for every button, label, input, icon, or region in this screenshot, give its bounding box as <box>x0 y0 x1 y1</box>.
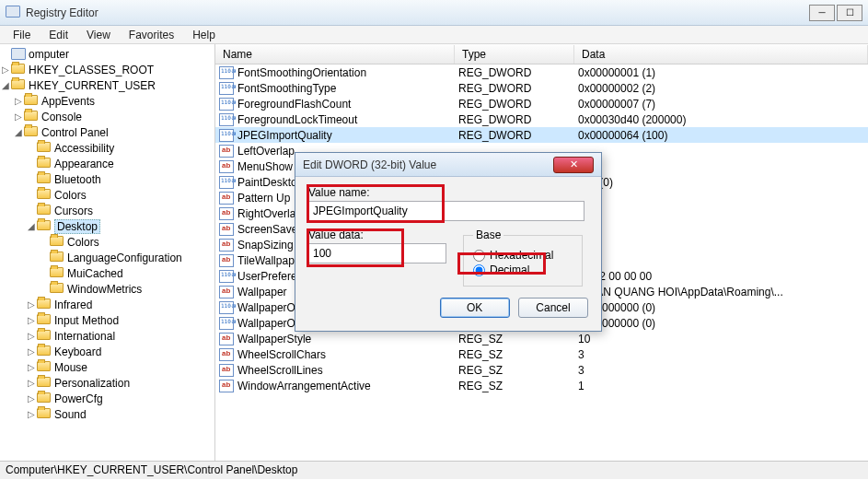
tree-label: Cursors <box>54 205 93 217</box>
list-row[interactable]: FontSmoothingOrientationREG_DWORD0x00000… <box>215 64 868 80</box>
radio-decimal-input[interactable] <box>473 264 485 276</box>
tree-node[interactable]: ▷AppEvents <box>0 93 214 109</box>
dword-icon <box>219 270 234 283</box>
tree-node[interactable]: LanguageConfiguration <box>0 250 214 265</box>
tree-node[interactable]: Colors <box>0 234 214 250</box>
tree-node[interactable]: ◢HKEY_CURRENT_USER <box>0 77 214 93</box>
tree-node[interactable]: Colors <box>0 187 214 203</box>
tree-node[interactable]: Accessibility <box>0 140 214 156</box>
col-type[interactable]: Type <box>455 45 574 64</box>
list-row[interactable]: ForegroundLockTimeoutREG_DWORD0x00030d40… <box>215 111 868 127</box>
base-group: Base Hexadecimal Decimal <box>463 228 583 287</box>
tree-node[interactable]: ▷PowerCfg <box>0 391 214 406</box>
list-row[interactable]: FontSmoothingTypeREG_DWORD0x00000002 (2) <box>215 80 868 96</box>
expand-icon[interactable]: ▷ <box>13 111 24 122</box>
cell-data: 3 <box>578 348 868 361</box>
radio-decimal[interactable]: Decimal <box>473 263 573 276</box>
cell-type: REG_SZ <box>458 364 578 377</box>
tree-node[interactable]: Cursors <box>0 203 214 218</box>
expand-icon[interactable]: ▷ <box>26 393 37 404</box>
tree-node[interactable]: ▷Sound <box>0 406 214 422</box>
expand-icon[interactable]: ▷ <box>26 315 37 325</box>
radio-hex[interactable]: Hexadecimal <box>473 249 573 262</box>
col-data[interactable]: Data <box>574 45 868 64</box>
dialog-titlebar[interactable]: Edit DWORD (32-bit) Value ✕ <box>295 153 601 177</box>
cell-data: 0x00000001 (1) <box>578 66 868 79</box>
list-row[interactable]: WheelScrollLinesREG_SZ3 <box>215 362 868 378</box>
tree-node[interactable]: ◢Desktop <box>0 218 214 234</box>
tree-node[interactable]: omputer <box>0 46 214 62</box>
string-icon <box>219 380 234 392</box>
menu-view[interactable]: View <box>77 27 120 43</box>
tree-node[interactable]: ▷Mouse <box>0 359 214 375</box>
tree-node[interactable]: ▷Personalization <box>0 375 214 391</box>
cell-name: JPEGImportQuality <box>237 129 458 142</box>
cell-type: REG_DWORD <box>458 98 578 111</box>
expand-icon[interactable]: ▷ <box>26 378 37 388</box>
tree-label: PowerCfg <box>54 392 103 405</box>
string-icon <box>219 223 234 236</box>
expand-icon[interactable]: ▷ <box>0 64 11 75</box>
radio-hex-input[interactable] <box>473 250 485 262</box>
cell-name: WindowArrangementActive <box>237 380 458 392</box>
string-icon <box>219 239 234 252</box>
maximize-button[interactable]: ☐ <box>837 5 862 21</box>
expand-icon[interactable]: ◢ <box>13 127 24 137</box>
tree-label: MuiCached <box>67 267 123 280</box>
expand-icon[interactable]: ▷ <box>26 409 37 419</box>
menu-edit[interactable]: Edit <box>40 27 77 43</box>
expand-icon[interactable]: ◢ <box>0 80 11 90</box>
list-row[interactable]: WheelScrollCharsREG_SZ3 <box>215 346 868 362</box>
registry-tree[interactable]: omputer▷HKEY_CLASSES_ROOT◢HKEY_CURRENT_U… <box>0 44 215 461</box>
tree-node[interactable]: ▷HKEY_CLASSES_ROOT <box>0 62 214 77</box>
tree-node[interactable]: ▷Console <box>0 109 214 124</box>
value-name-input <box>308 201 584 221</box>
tree-node[interactable]: Appearance <box>0 156 214 171</box>
tree-node[interactable]: ▷Keyboard <box>0 344 214 359</box>
list-header[interactable]: Name Type Data <box>215 44 868 64</box>
cell-name: WheelScrollChars <box>237 348 458 361</box>
expand-icon[interactable]: ▷ <box>26 346 37 357</box>
tree-label: Input Method <box>54 314 119 327</box>
expand-icon[interactable]: ▷ <box>13 96 24 106</box>
tree-label: Personalization <box>54 377 130 390</box>
tree-node[interactable]: ◢Control Panel <box>0 124 214 140</box>
tree-node[interactable]: ▷Input Method <box>0 312 214 328</box>
list-row[interactable]: JPEGImportQualityREG_DWORD0x00000064 (10… <box>215 127 868 143</box>
col-name[interactable]: Name <box>215 45 455 64</box>
minimize-button[interactable]: ─ <box>809 5 835 21</box>
string-icon <box>219 145 234 158</box>
list-row[interactable]: WallpaperStyleREG_SZ10 <box>215 331 868 346</box>
expand-icon[interactable]: ◢ <box>26 221 37 231</box>
tree-node[interactable]: MuiCached <box>0 265 214 281</box>
folder-icon <box>50 252 64 263</box>
dword-icon <box>219 317 234 330</box>
expand-icon[interactable]: ▷ <box>26 299 37 310</box>
list-row[interactable]: WindowArrangementActiveREG_SZ1 <box>215 378 868 393</box>
expand-icon[interactable]: ▷ <box>26 362 37 372</box>
value-data-input[interactable] <box>308 243 446 263</box>
list-row[interactable]: ForegroundFlashCountREG_DWORD0x00000007 … <box>215 96 868 111</box>
base-legend: Base <box>473 228 503 241</box>
cancel-button[interactable]: Cancel <box>518 298 588 318</box>
ok-button[interactable]: OK <box>440 298 510 318</box>
tree-label: Mouse <box>54 361 87 374</box>
tree-node[interactable]: ▷Infrared <box>0 297 214 312</box>
tree-node[interactable]: Bluetooth <box>0 171 214 187</box>
tree-label: Infrared <box>54 299 92 311</box>
dialog-close-button[interactable]: ✕ <box>553 157 594 173</box>
expand-icon[interactable]: ▷ <box>26 331 37 341</box>
menu-help[interactable]: Help <box>183 27 225 43</box>
string-icon <box>219 364 234 377</box>
folder-icon <box>24 126 39 138</box>
folder-icon <box>37 314 52 326</box>
tree-node[interactable]: WindowMetrics <box>0 281 214 297</box>
tree-label: Colors <box>54 189 87 202</box>
menu-file[interactable]: File <box>4 27 40 43</box>
cell-data: \TRAN QUANG HOI\AppData\Roaming\... <box>578 286 868 299</box>
tree-node[interactable]: ▷International <box>0 328 214 344</box>
menu-favorites[interactable]: Favorites <box>120 27 183 43</box>
folder-icon <box>37 377 52 389</box>
cell-data: 0x00000000 (0) <box>578 301 868 314</box>
folder-icon <box>37 345 52 357</box>
